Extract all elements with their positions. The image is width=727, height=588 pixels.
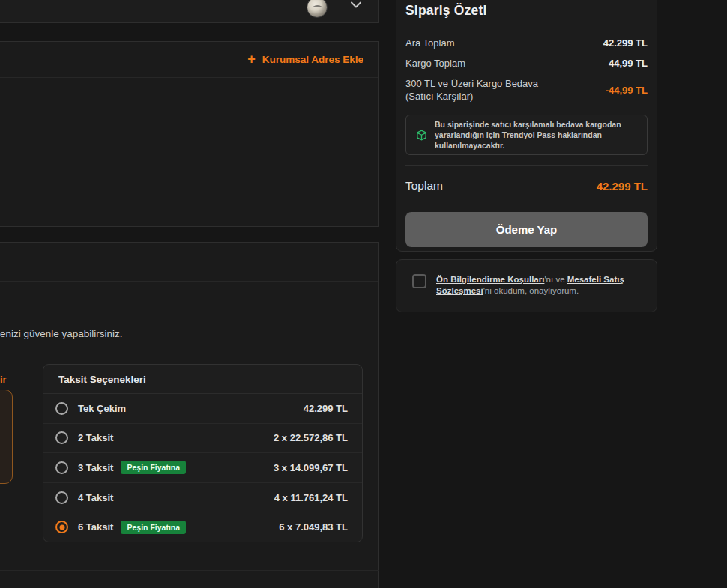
radio-icon[interactable] (55, 431, 68, 444)
summary-row-value: 44,99 TL (609, 58, 648, 69)
payment-section-header (0, 243, 378, 282)
address-section-header: + Kurumsal Adres Ekle (0, 42, 378, 78)
summary-row-label: 300 TL ve Üzeri Kargo Bedava (Satıcı Kar… (405, 77, 540, 103)
chevron-down-icon[interactable] (350, 1, 362, 10)
trendyol-pass-note: Bu siparişinde satıcı karşılamalı bedava… (405, 115, 648, 155)
payment-section: enizi güvenle yapabilirsiniz. ir Taksit … (0, 242, 379, 588)
section-divider (0, 570, 379, 571)
agreement-box: Ön Bilgilendirme Koşulları'nı ve Mesafel… (396, 259, 657, 312)
installment-option-row[interactable]: 3 Taksit Peşin Fiyatına 3 x 14.099,67 TL (43, 453, 362, 483)
secure-payment-text: enizi güvenle yapabilirsiniz. (0, 328, 123, 339)
agreement-text-mid2: 'ni okudum, onaylıyorum. (483, 286, 579, 295)
address-section: + Kurumsal Adres Ekle (0, 41, 379, 227)
radio-icon[interactable] (55, 402, 68, 415)
radio-icon[interactable] (55, 491, 68, 504)
package-icon (415, 129, 428, 142)
summary-row: Kargo Toplam 44,99 TL (405, 57, 648, 70)
checkout-page: + Kurumsal Adres Ekle enizi güvenle yapa… (0, 0, 727, 588)
total-row: Toplam 42.299 TL (405, 179, 648, 193)
change-card-link-partial[interactable]: ir (0, 374, 7, 385)
installment-value: 3 x 14.099,67 TL (274, 462, 348, 473)
pay-button[interactable]: Ödeme Yap (405, 212, 648, 247)
add-corporate-address-label: Kurumsal Adres Ekle (262, 54, 364, 65)
pre-information-link[interactable]: Ön Bilgilendirme Koşulları (436, 275, 544, 284)
add-corporate-address-button[interactable]: + Kurumsal Adres Ekle (247, 53, 364, 67)
radio-checked-icon[interactable] (55, 521, 68, 533)
agreement-text: Ön Bilgilendirme Koşulları'nı ve Mesafel… (436, 274, 628, 312)
pass-note-text: Bu siparişinde satıcı karşılamalı bedava… (435, 119, 638, 151)
agreement-checkbox[interactable] (412, 274, 426, 288)
plus-icon: + (247, 52, 256, 66)
installment-value: 42.299 TL (304, 403, 348, 414)
summary-row-value: 42.299 TL (603, 37, 648, 49)
installment-option-row[interactable]: Tek Çekim 42.299 TL (43, 394, 362, 424)
cash-price-badge: Peşin Fiyatına (121, 521, 186, 534)
order-summary-title: Sipariş Özeti (405, 3, 648, 19)
total-label: Toplam (405, 179, 443, 193)
installment-option-row[interactable]: 6 Taksit Peşin Fiyatına 6 x 7.049,83 TL (43, 512, 362, 542)
installment-options-title: Taksit Seçenekleri (43, 365, 362, 394)
order-summary-panel: Sipariş Özeti Ara Toplam 42.299 TL Kargo… (396, 0, 657, 252)
summary-row: Ara Toplam 42.299 TL (405, 37, 648, 49)
installment-label: Tek Çekim (78, 403, 126, 414)
installment-option-row[interactable]: 2 Taksit 2 x 22.572,86 TL (43, 424, 362, 454)
radio-icon[interactable] (55, 461, 68, 474)
installment-value: 6 x 7.049,83 TL (279, 521, 348, 533)
summary-row-value: -44,99 TL (606, 85, 648, 96)
total-value: 42.299 TL (597, 180, 648, 193)
summary-row-label: Kargo Toplam (405, 57, 465, 70)
agreement-text-mid1: 'nı ve (544, 275, 567, 284)
installment-label: 2 Taksit (78, 432, 113, 443)
summary-row: 300 TL ve Üzeri Kargo Bedava (Satıcı Kar… (405, 77, 648, 103)
account-topbar (0, 0, 379, 23)
installment-value: 2 x 22.572,86 TL (274, 432, 348, 443)
installment-options-panel: Taksit Seçenekleri Tek Çekim 42.299 TL 2… (43, 364, 363, 542)
installment-label: 4 Taksit (78, 492, 113, 503)
summary-divider (405, 165, 648, 166)
user-avatar[interactable] (307, 0, 328, 18)
selected-card-partial[interactable] (0, 390, 13, 484)
summary-row-label: Ara Toplam (405, 37, 455, 49)
cash-price-badge: Peşin Fiyatına (121, 461, 186, 474)
installment-label: 3 Taksit (78, 462, 113, 473)
installment-label: 6 Taksit (78, 521, 113, 533)
installment-option-row[interactable]: 4 Taksit 4 x 11.761,24 TL (43, 483, 362, 513)
installment-value: 4 x 11.761,24 TL (274, 492, 348, 503)
